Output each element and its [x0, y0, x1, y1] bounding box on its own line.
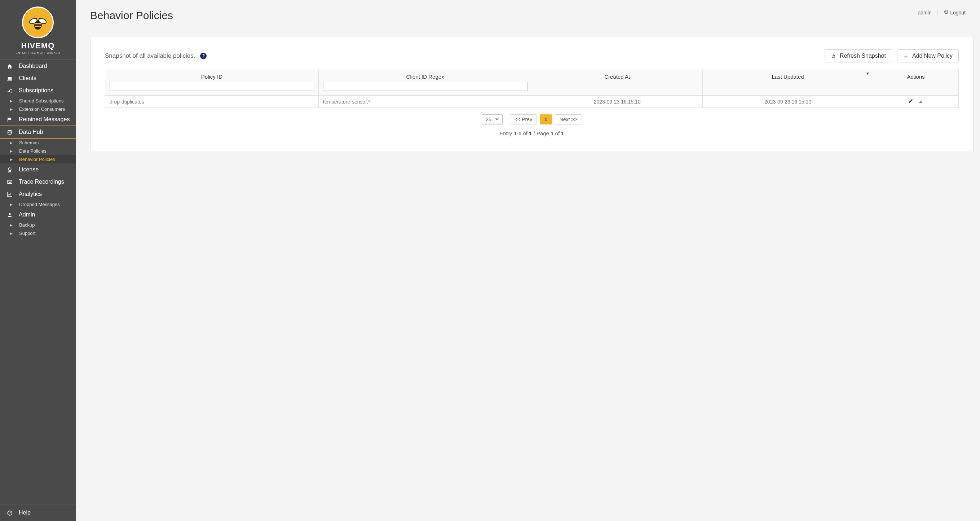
svg-rect-2 — [35, 25, 41, 27]
database-icon — [6, 129, 14, 135]
sidebar-label: Admin — [19, 212, 35, 218]
sidebar-label: License — [19, 166, 38, 173]
sidebar-sub-shared-subscriptions[interactable]: ▶ Shared Subscriptions — [0, 97, 76, 105]
sidebar-label: Behavior Policies — [19, 156, 55, 162]
primary-nav: Dashboard Clients Subscriptions ▶ Shared… — [0, 59, 76, 504]
brand-block: HIVEMQ ENTERPRISE MQTT BROKER — [0, 0, 76, 59]
sidebar-label: Dropped Messages — [19, 202, 60, 207]
edit-row-button[interactable] — [908, 99, 913, 105]
sidebar-label: Analytics — [19, 191, 42, 198]
pencil-icon — [908, 99, 913, 104]
caret-right-icon: ▶ — [10, 223, 13, 227]
sidebar-label: Extension Consumers — [19, 107, 65, 112]
separator: | — [937, 10, 938, 16]
caret-right-icon: ▶ — [10, 108, 13, 111]
refresh-label: Refresh Snapshot — [840, 53, 886, 59]
entry-to: 1 — [519, 130, 521, 136]
sidebar-item-clients[interactable]: Clients — [0, 72, 76, 84]
filter-policy-id-input[interactable] — [110, 82, 314, 91]
sidebar-sub-behavior-policies[interactable]: ▶ Behavior Policies — [0, 155, 76, 163]
sidebar-sub-dropped-messages[interactable]: ▶ Dropped Messages — [0, 200, 76, 209]
pagination: 25 << Prev 1 Next >> — [105, 115, 959, 124]
download-row-button[interactable] — [918, 99, 923, 105]
search-screen-icon — [6, 178, 14, 185]
brand-logo — [22, 6, 54, 38]
logout-link[interactable]: Logout — [943, 10, 966, 16]
sidebar-section-active: Data Hub — [0, 126, 76, 139]
page-total: 1 — [561, 130, 564, 136]
col-label: Created At — [536, 73, 698, 80]
sidebar-label: Schemas — [19, 140, 38, 145]
bee-icon — [27, 12, 48, 33]
prev-page-button[interactable]: << Prev — [510, 115, 537, 124]
user-area: admin | Logout — [918, 10, 966, 16]
sidebar-label: Data Policies — [19, 148, 46, 154]
snapshot-description: Snapshot of all available policies. ? — [105, 52, 207, 59]
add-new-policy-button[interactable]: Add New Policy — [897, 49, 959, 62]
svg-rect-1 — [34, 23, 42, 24]
sidebar-item-analytics[interactable]: Analytics — [0, 188, 76, 200]
main-content: Behavior Policies admin | Logout Snapsho… — [76, 0, 980, 521]
sidebar-item-license[interactable]: License — [0, 163, 76, 176]
download-icon — [918, 99, 923, 104]
add-label: Add New Policy — [912, 53, 953, 59]
page-title: Behavior Policies — [90, 10, 173, 22]
next-page-button[interactable]: Next >> — [555, 115, 582, 124]
sidebar-sub-backup[interactable]: ▶ Backup — [0, 221, 76, 229]
plus-icon — [903, 53, 908, 59]
help-tooltip-icon[interactable]: ? — [200, 53, 207, 59]
sidebar-item-dashboard[interactable]: Dashboard — [0, 60, 76, 72]
caret-right-icon: ▶ — [10, 232, 13, 235]
svg-point-6 — [39, 18, 40, 19]
panel-actions: Refresh Snapshot Add New Policy — [825, 49, 959, 62]
col-policy-id[interactable]: Policy ID — [105, 70, 319, 96]
svg-rect-9 — [8, 180, 12, 183]
page-size-value: 25 — [486, 116, 492, 122]
sidebar-sub-support[interactable]: ▶ Support — [0, 229, 76, 237]
svg-point-5 — [36, 18, 37, 19]
cell-last-updated: 2023-09-23 16:15:10 — [702, 96, 873, 108]
sidebar-item-data-hub[interactable]: Data Hub — [0, 126, 76, 138]
sidebar-label: Clients — [19, 75, 37, 81]
filter-client-id-regex-input[interactable] — [323, 82, 528, 91]
laptop-icon — [6, 75, 14, 81]
sidebar-sub-data-policies[interactable]: ▶ Data Policies — [0, 147, 76, 155]
col-created-at[interactable]: Created At — [532, 70, 702, 96]
sidebar-item-admin[interactable]: Admin — [0, 209, 76, 221]
sidebar-item-subscriptions[interactable]: Subscriptions — [0, 84, 76, 97]
sidebar-sub-schemas[interactable]: ▶ Schemas — [0, 139, 76, 147]
sidebar-item-help[interactable]: Help — [0, 504, 76, 521]
shuffle-icon — [6, 87, 14, 94]
col-client-id-regex[interactable]: Client ID Regex — [318, 70, 532, 96]
col-actions: Actions — [873, 70, 959, 96]
brand-tagline: ENTERPRISE MQTT BROKER — [3, 51, 72, 54]
sidebar-item-retained-messages[interactable]: Retained Messages — [0, 113, 76, 126]
username-label: admin — [918, 10, 931, 16]
sidebar-label: Trace Recordings — [19, 178, 64, 185]
home-icon — [6, 63, 14, 69]
cell-client-id-regex: temperature-sensor.* — [318, 96, 532, 108]
svg-point-7 — [8, 130, 12, 131]
page-size-select[interactable]: 25 — [482, 115, 503, 124]
entry-info-text: Entry — [500, 130, 514, 136]
topbar: Behavior Policies admin | Logout — [76, 0, 980, 25]
page-number-button[interactable]: 1 — [540, 115, 552, 124]
logout-label: Logout — [950, 10, 966, 16]
help-icon — [6, 510, 14, 516]
entry-from: 1 — [514, 130, 517, 136]
entry-info: Entry 1-1 of 1 / Page 1 of 1 — [105, 130, 959, 136]
col-last-updated[interactable]: ▼ Last Updated — [702, 70, 873, 96]
caret-right-icon: ▶ — [10, 141, 13, 145]
col-label: Policy ID — [110, 73, 314, 80]
brand-name: HIVEMQ — [3, 41, 72, 51]
sidebar-item-trace-recordings[interactable]: Trace Recordings — [0, 176, 76, 188]
panel-head: Snapshot of all available policies. ? Re… — [105, 49, 959, 62]
award-icon — [6, 166, 14, 173]
refresh-snapshot-button[interactable]: Refresh Snapshot — [825, 49, 892, 62]
caret-right-icon: ▶ — [10, 99, 13, 103]
cell-policy-id: drop-duplicates — [105, 96, 319, 108]
sidebar: HIVEMQ ENTERPRISE MQTT BROKER Dashboard … — [0, 0, 76, 521]
logout-icon — [943, 10, 948, 16]
svg-point-13 — [10, 514, 10, 514]
sidebar-sub-extension-consumers[interactable]: ▶ Extension Consumers — [0, 105, 76, 113]
